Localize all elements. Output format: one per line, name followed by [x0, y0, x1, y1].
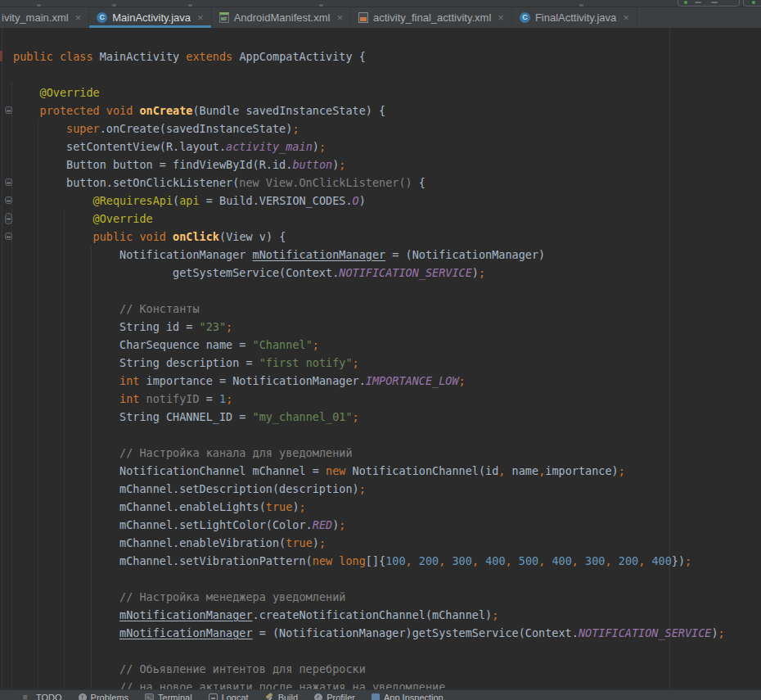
code-line: mChannel.enableLights(true); [13, 498, 725, 516]
code-token [13, 446, 119, 459]
tool-window-button-logcat[interactable]: Logcat [209, 690, 249, 700]
editor-tab-1[interactable]: ivity_main.xml× [0, 7, 89, 28]
code-line: NotificationChannel mChannel = new Notif… [13, 462, 725, 480]
icon-glyph: C [99, 12, 105, 23]
tool-window-label: Terminal [158, 693, 192, 700]
code-token: // на новое активити после нажатия на ув… [119, 680, 445, 689]
code-token [13, 680, 119, 689]
tool-window-label: Build [278, 693, 298, 700]
code-token: 400 [552, 554, 571, 567]
toolbar-icon[interactable] [188, 4, 192, 7]
code-token: ; [313, 338, 319, 351]
device-selector-button[interactable] [743, 0, 761, 7]
code-token: // Константы [119, 302, 200, 315]
close-icon[interactable]: × [498, 11, 504, 24]
code-token: importance = NotificationManager. [146, 374, 366, 387]
appinspect-icon [371, 693, 380, 700]
code-token: ; [359, 482, 366, 495]
code-token: RED [313, 518, 332, 531]
code-token: ; [492, 608, 498, 621]
code-line: // на новое активити после нажатия на ув… [13, 678, 725, 689]
toolbar-icon[interactable] [579, 4, 583, 7]
code-token: ; [353, 356, 359, 369]
tab-label: ivity_main.xml [2, 11, 69, 24]
tool-window-button-build[interactable]: Build [265, 690, 298, 700]
editor-tab-5[interactable]: CFinalActtivity.java× [512, 7, 637, 28]
code-area: public class MainActivity extends AppCom… [0, 29, 725, 689]
code-token: = Build.VERSION_CODES. [200, 194, 353, 207]
code-token: int [119, 374, 146, 387]
run-configuration-button[interactable] [678, 0, 740, 7]
code-token: ) [711, 626, 718, 639]
close-icon[interactable]: × [75, 11, 82, 24]
tool-window-button-terminal[interactable]: >_Terminal [145, 690, 192, 700]
code-token: , [506, 554, 519, 567]
fold-marker-icon[interactable] [5, 106, 12, 114]
code-line: Button button = findViewById(R.id.button… [13, 156, 725, 174]
fold-marker-icon[interactable] [5, 233, 12, 240]
tool-window-bar: ≡TODO!Problems>_TerminalLogcatBuildProfi… [0, 689, 761, 700]
code-token [13, 86, 40, 99]
close-icon[interactable]: × [197, 11, 204, 24]
code-token: mChannel.setLightColor(Color. [13, 518, 313, 531]
code-token: "first notify" [259, 356, 353, 369]
code-token: new long [313, 554, 366, 567]
code-token: , [439, 554, 452, 567]
fold-marker-icon[interactable] [5, 196, 12, 204]
code-line [13, 642, 725, 660]
tool-window-button-app-inspection[interactable]: App Inspection [371, 690, 444, 700]
code-line: // Константы [13, 300, 725, 318]
code-line: int importance = NotificationManager.IMP… [13, 372, 725, 390]
code-token: ; [319, 140, 326, 153]
code-token: ; [685, 554, 691, 567]
run-icon [684, 1, 687, 4]
tool-window-button-todo[interactable]: ≡TODO [23, 690, 62, 700]
fold-marker-icon[interactable] [5, 213, 12, 224]
code-token: @Override [93, 212, 153, 225]
code-token: , [572, 554, 585, 567]
editor-tab-4[interactable]: activity_final_acttivity.xml× [351, 7, 512, 28]
editor-tab-2[interactable]: CMainActivity.java× [89, 7, 211, 28]
tab-label: FinalActtivity.java [535, 11, 616, 24]
code-line: mNotificationManager = (NotificationMana… [13, 624, 725, 642]
code-token: = [200, 392, 219, 405]
run-config-label-cut [695, 2, 701, 3]
code-line: setContentView(R.layout.activity_main); [13, 138, 725, 156]
code-token [13, 194, 93, 207]
close-icon[interactable]: × [623, 11, 629, 24]
code-token: .onCreate(savedInstanceState) [100, 122, 293, 135]
tool-window-button-problems[interactable]: !Problems [79, 690, 128, 700]
code-token: ; [353, 410, 359, 423]
device-icon [752, 1, 755, 4]
tab-label: AndroidManifest.xml [234, 11, 331, 24]
tool-window-button-profiler[interactable]: Profiler [314, 690, 355, 700]
code-token: ) [292, 500, 299, 513]
code-token: mNotificationManager [119, 626, 253, 639]
code-token: public class [13, 50, 100, 63]
code-editor[interactable]: public class MainActivity extends AppCom… [0, 28, 761, 689]
code-token: ; [339, 158, 345, 171]
manifest-file-icon: MF [219, 12, 229, 23]
code-line: super.onCreate(savedInstanceState); [13, 120, 725, 138]
code-token [13, 662, 119, 675]
tool-window-label: Logcat [222, 693, 249, 700]
code-token: name [505, 464, 538, 477]
code-token: (View v) { [219, 230, 286, 243]
code-token: ) [359, 194, 366, 207]
code-token: CharSequence name = [13, 338, 253, 351]
editor-tab-3[interactable]: MFAndroidManifest.xml× [212, 7, 351, 28]
toolbar-icon[interactable] [112, 4, 116, 7]
code-token: super [66, 122, 100, 135]
toolbar-icon[interactable] [319, 4, 323, 7]
fold-marker-icon[interactable] [5, 178, 12, 186]
toolbar-icon[interactable] [37, 4, 41, 7]
code-token: button.setOnClickListener( [13, 176, 239, 189]
logcat-icon [209, 693, 218, 700]
code-line: public class MainActivity extends AppCom… [13, 47, 725, 65]
code-line [13, 570, 725, 588]
code-token: NotificationChannel mChannel = [13, 464, 326, 477]
code-token: mChannel.enableVibration( [13, 536, 286, 549]
code-token: AppCompatActivity { [239, 50, 365, 63]
close-icon[interactable]: × [336, 11, 343, 24]
code-token: ) [313, 140, 319, 153]
